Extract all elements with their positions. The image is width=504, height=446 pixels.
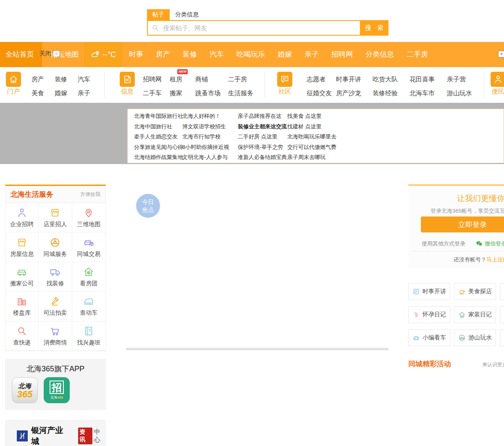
channel-link[interactable]: 征婚交友 (307, 86, 336, 100)
community-bubble-icon[interactable] (277, 72, 292, 87)
hot-link[interactable]: 文明北海-人人参与 (182, 152, 229, 163)
hot-link[interactable]: 二手好房 点这里 (238, 132, 287, 142)
quick-button[interactable]: 怀孕日记 (408, 306, 450, 323)
nav-item[interactable]: 时事 (129, 42, 143, 67)
portal-home-icon[interactable] (6, 72, 21, 87)
service-item[interactable]: 企业招聘 (5, 203, 39, 232)
quick-button-stub[interactable] (500, 283, 504, 300)
nav-item[interactable]: 房产 (156, 42, 170, 67)
hot-link[interactable]: 找美食 点这里 (287, 111, 336, 122)
hot-link[interactable]: 博文双语学校招生 (182, 122, 229, 132)
channel-link[interactable]: 花田喜事 (410, 72, 447, 86)
news-center-suffix[interactable]: 中心 (94, 428, 106, 444)
service-item[interactable]: 同城交易 (72, 232, 105, 262)
service-item[interactable]: 店里招人 (39, 203, 72, 232)
service-item[interactable]: 同城服务 (39, 232, 72, 262)
nav-item[interactable]: 亲子 (304, 42, 319, 67)
activities-more-link[interactable]: 来认识更多 (482, 361, 504, 368)
partner-title[interactable]: 银河产业城 (31, 425, 68, 446)
service-item[interactable]: 看房团 (72, 262, 105, 292)
channel-link[interactable]: 北海车市 (410, 86, 447, 100)
hot-link[interactable]: 北海中国旅行社 (134, 122, 183, 132)
convenience-label[interactable]: 便民 (491, 88, 504, 96)
channel-link[interactable]: 二手房 (228, 72, 257, 86)
hot-link[interactable]: 北海市行知学校 (182, 132, 229, 142)
quick-button[interactable]: 家装日记 (454, 306, 496, 323)
wechat-login-link[interactable]: 微信登录 (485, 240, 504, 248)
quick-button[interactable]: 美食探店 (454, 283, 496, 300)
hot-link[interactable]: 保护环境-举手之劳 (238, 142, 287, 153)
hot-link[interactable]: 准新人必备结婚宝典 (238, 152, 287, 163)
nav-item[interactable]: 吃喝玩乐 (236, 42, 265, 67)
zhao-app-icon[interactable]: 招 北海365 (44, 377, 70, 403)
service-item[interactable]: 房屋信息 (5, 232, 39, 262)
portal-label[interactable]: 门户 (6, 88, 21, 96)
info-label[interactable]: 信息 (120, 88, 135, 96)
channel-link[interactable]: 租房NEW (170, 72, 195, 86)
channel-link[interactable]: 装修 (55, 72, 78, 86)
nav-item[interactable]: 分类信息 (365, 42, 394, 67)
hot-link[interactable]: 北海吃喝玩乐哪里去 (287, 132, 336, 142)
nav-item[interactable]: 招聘网 (331, 42, 353, 67)
hot-link[interactable]: 北海结婚作战聚集地 (134, 152, 183, 163)
hot-link[interactable]: 交行可以代缴燃气费 (287, 142, 336, 153)
service-item[interactable]: 楼盘库 (5, 292, 39, 321)
hot-link[interactable]: 找建材 点这里 (287, 122, 336, 132)
channel-link[interactable]: 装修经验 (373, 86, 410, 100)
channel-link[interactable]: 亲子营 (447, 72, 478, 86)
login-button[interactable]: 立即登录 (421, 216, 504, 232)
hot-link[interactable]: 亲子周末去哪玩 (287, 152, 336, 163)
channel-link[interactable]: 招聘网 (143, 72, 170, 86)
service-item[interactable]: 查快递 (5, 321, 39, 351)
quick-button[interactable]: 时事开讲 (408, 283, 450, 300)
channel-link[interactable]: 房产 (32, 72, 55, 86)
channel-link[interactable]: 搬家 (170, 86, 195, 100)
channel-link[interactable]: 婚嫁 (55, 86, 78, 100)
hot-link[interactable]: 装修业主都来这交流 (238, 122, 287, 132)
news-center-badge[interactable]: 资讯 (78, 428, 92, 444)
service-item[interactable]: 查动车 (72, 292, 105, 321)
partner-row[interactable]: 银河产业城 资讯 中心 (5, 425, 106, 446)
channel-link[interactable]: 房产沙龙 (336, 86, 373, 100)
service-item[interactable]: 三维地图 (72, 203, 105, 232)
nav-item[interactable]: 二手房 (407, 42, 428, 67)
hot-link[interactable]: 分享旅途见闻与心得 (134, 142, 183, 153)
tab-classified[interactable]: 分类信息 (170, 9, 204, 20)
quick-button-stub[interactable] (500, 329, 504, 346)
nav-corner-icon[interactable]: ✕ (498, 51, 504, 57)
search-input[interactable] (148, 21, 360, 35)
community-label[interactable]: 社区 (277, 88, 292, 96)
info-doc-icon[interactable] (120, 72, 135, 87)
convenience-person-icon[interactable] (491, 72, 504, 87)
channel-link[interactable]: 跳蚤市场 (195, 86, 228, 100)
service-item[interactable]: 消费商情 (39, 321, 72, 351)
hot-link[interactable]: 8小时助你摘掉近视 (182, 142, 229, 153)
nav-item[interactable]: 装修 (183, 42, 197, 67)
channel-link[interactable]: 亲子 (78, 86, 101, 100)
channel-link[interactable]: 吃货大队 (373, 72, 410, 86)
hot-link[interactable]: 北海人好样的！ (182, 111, 229, 122)
channel-link[interactable]: 二手车 (143, 86, 170, 100)
nav-item[interactable]: 汽车 (210, 42, 224, 67)
tab-posts[interactable]: 帖子 (147, 9, 170, 20)
register-link[interactable]: 马上注册 (486, 256, 504, 263)
nav-weather[interactable]: --°C (84, 42, 123, 67)
channel-link[interactable]: 汽车 (78, 72, 101, 86)
hot-link[interactable]: 亲子品牌推荐在这 (238, 111, 287, 122)
hot-link[interactable]: 牵手人生婚恋交友 (134, 132, 183, 142)
channel-link[interactable]: 美食 (32, 86, 55, 100)
service-item[interactable]: 搬家公司 (5, 262, 39, 292)
channel-link[interactable]: 商铺 (195, 72, 228, 86)
service-item[interactable]: 司法拍卖 (39, 292, 72, 321)
beihai365-app-icon[interactable]: 北海 365 (12, 377, 38, 403)
service-item[interactable]: 找兴趣班 (72, 321, 105, 351)
channel-link[interactable]: 生活服务 (228, 86, 257, 100)
service-item[interactable]: 找装修 (39, 262, 72, 292)
channel-link[interactable]: 志愿者 (307, 72, 336, 86)
channel-link[interactable]: 游山玩水 (447, 86, 478, 100)
hot-link[interactable]: 北海青年国际旅行社 (134, 111, 183, 122)
search-button[interactable]: 搜 索 (360, 21, 388, 35)
quick-button-stub[interactable] (500, 306, 504, 323)
nav-item[interactable]: 婚嫁 (278, 42, 292, 67)
quick-button[interactable]: 小编看车 (408, 329, 450, 346)
